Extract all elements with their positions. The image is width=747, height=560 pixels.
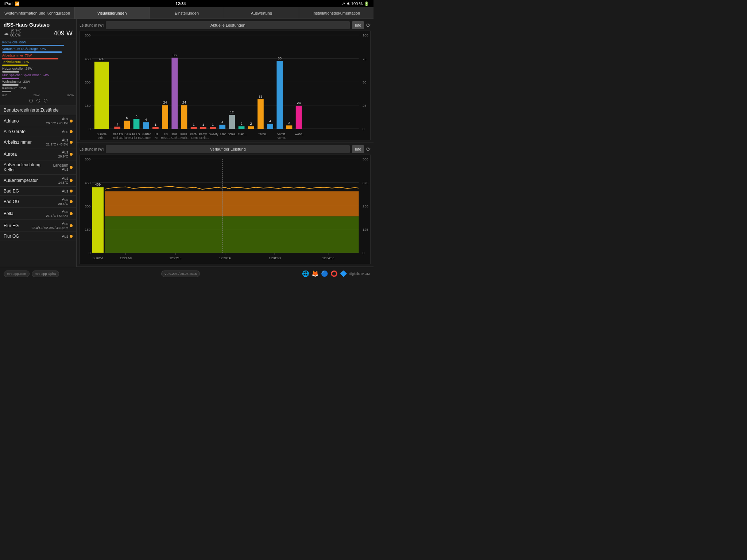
state-dot-flureg: [70, 224, 73, 227]
svg-rect-35: [200, 127, 206, 129]
state-flur-og[interactable]: Flur OG Aus: [0, 232, 76, 241]
bar-arbeits: [2, 58, 58, 59]
house-header: dSS-Haus Gustavo ☁ 15.7°C 66.0% 409 W: [0, 19, 76, 39]
svg-text:375: 375: [363, 180, 368, 184]
tab-install[interactable]: Installationsdokumentation: [299, 7, 374, 19]
state-aurora[interactable]: Aurora Aus20.9°C: [0, 148, 76, 160]
chart1-label: Leistung in [W]: [80, 23, 104, 27]
power-bar-arbeits: Arbeitszimmer 78W: [2, 54, 74, 57]
state-aussenbeleuchtung[interactable]: Außenbeleuchtung Keller Langsam Aus: [0, 160, 76, 175]
chart2-header: Leistung in [W] Verlauf der Leistung Inf…: [80, 145, 371, 153]
ie-icon: 🔷: [340, 270, 347, 277]
power-bar-party: Partyraum 12W: [2, 86, 74, 90]
bar-wohn: [2, 84, 19, 86]
state-arbeitszimmer[interactable]: Arbeitszimmer Aus21.2°C / 45.5%: [0, 136, 76, 148]
svg-text:Herd ...: Herd ...: [171, 133, 180, 136]
svg-text:Flur EG: Flur EG: [132, 136, 142, 139]
opera-icon: ⭕: [330, 270, 338, 277]
state-bad-og[interactable]: Bad OG Aus20.6°C: [0, 196, 76, 208]
version-label: V0.9.293 / 28.05.2018: [161, 271, 200, 277]
state-dot-aussen: [70, 166, 73, 169]
dot-3[interactable]: [44, 99, 47, 102]
svg-text:250: 250: [363, 204, 368, 208]
svg-text:12:29:36: 12:29:36: [219, 256, 231, 260]
state-dot-arbeits: [70, 141, 73, 144]
svg-text:Vorrat...: Vorrat...: [277, 133, 287, 136]
bar-kucheog: [2, 45, 64, 46]
svg-text:150: 150: [85, 228, 91, 232]
svg-text:Bad OG: Bad OG: [113, 136, 123, 139]
chrome-icon: 🔵: [321, 270, 328, 277]
state-bad-eg[interactable]: Bad EG Aus: [0, 187, 76, 196]
svg-rect-45: [248, 126, 254, 129]
status-bar: iPad 📶 12:34 ↗ ✱ 100 % 🔋: [0, 0, 374, 7]
state-dot-aussentemp: [70, 179, 73, 182]
state-dot-adriano: [70, 120, 73, 122]
svg-text:Schla...: Schla...: [228, 133, 237, 136]
svg-text:Küch...: Küch...: [181, 136, 189, 139]
svg-rect-104: [105, 216, 359, 253]
svg-text:Partyr...: Partyr...: [199, 133, 209, 136]
state-alle-geraete[interactable]: Alle Geräte Aus: [0, 127, 76, 136]
svg-text:12:31:53: 12:31:53: [269, 256, 281, 260]
state-adriano[interactable]: Adriano Aus20.8°C / 48.1%: [0, 115, 76, 127]
wifi-icon: 📶: [15, 1, 20, 6]
state-aussentemperatur[interactable]: Außentemperatur Aus14.8°C: [0, 175, 76, 187]
svg-rect-37: [210, 127, 216, 129]
cloud-icon: ☁: [4, 30, 9, 36]
svg-text:Lenn: Lenn: [191, 136, 197, 139]
weather-info: ☁ 15.7°C 66.0%: [4, 29, 22, 37]
svg-text:12:34:08: 12:34:08: [322, 256, 334, 260]
chart1-info-button[interactable]: Info: [352, 21, 364, 29]
state-flur-eg[interactable]: Flur EG Aus22.4°C / 52.0% / 411ppm: [0, 220, 76, 232]
svg-text:H1: H1: [154, 133, 158, 136]
chart2-refresh-icon[interactable]: ⟳: [366, 146, 371, 152]
svg-text:300: 300: [85, 204, 91, 208]
chart2-section: Leistung in [W] Verlauf der Leistung Inf…: [77, 143, 374, 267]
svg-text:Vorrat...: Vorrat...: [277, 136, 287, 139]
svg-rect-53: [286, 125, 293, 129]
tab-settings[interactable]: Einstellungen: [150, 7, 224, 19]
safari-icon: 🌐: [302, 270, 309, 277]
svg-rect-31: [181, 105, 187, 129]
link-mrc-alpha[interactable]: mrc-app alpha: [32, 271, 59, 277]
bottom-bar: mrc-app.com mrc-app alpha V0.9.293 / 28.…: [0, 267, 374, 280]
svg-text:Heizu...: Heizu...: [161, 136, 171, 139]
svg-text:50: 50: [363, 80, 367, 84]
svg-text:12:27:15: 12:27:15: [170, 256, 182, 260]
tab-analysis[interactable]: Auswertung: [224, 7, 299, 19]
firefox-icon: 🦊: [311, 270, 319, 277]
svg-text:75: 75: [363, 57, 366, 61]
svg-text:150: 150: [85, 104, 91, 108]
power-bar-technik: Technikraum 36W: [2, 60, 74, 64]
svg-text:300: 300: [85, 80, 91, 84]
chart1-refresh-icon[interactable]: ⟳: [366, 22, 371, 28]
power-bars-section: Küche OG 86W Vorratsraum UG/Garage 83W A…: [0, 39, 76, 105]
svg-text:Küch...: Küch...: [181, 133, 189, 136]
chart2-info-button[interactable]: Info: [352, 145, 364, 153]
carousel-dots: [2, 98, 74, 104]
power-bar-flur: Flur Speicher Spielzimmer 24W: [2, 73, 74, 77]
svg-text:12:24:59: 12:24:59: [120, 256, 132, 260]
tab-system[interactable]: Systeminformation und Konfiguration: [0, 7, 75, 19]
link-mrc-app[interactable]: mrc-app.com: [4, 271, 30, 277]
svg-text:H3: H3: [164, 133, 168, 136]
svg-text:2: 2: [240, 121, 242, 125]
bottom-browser-icons: 🌐 🦊 🔵 ⭕ 🔷 digitalSTROM: [302, 270, 370, 277]
svg-text:Techn...: Techn...: [258, 133, 268, 136]
dot-1[interactable]: [29, 99, 33, 102]
svg-rect-33: [191, 127, 197, 129]
svg-text:125: 125: [363, 228, 368, 232]
dot-2[interactable]: [36, 99, 40, 102]
svg-text:3: 3: [288, 120, 290, 124]
bottom-links: mrc-app.com mrc-app alpha: [4, 271, 59, 277]
state-dot-badog: [70, 200, 73, 203]
state-bella[interactable]: Bella Aus21.4°C / 53.9%: [0, 208, 76, 220]
svg-text:100: 100: [363, 33, 368, 37]
location-icon: ↗: [342, 1, 345, 6]
main-layout: dSS-Haus Gustavo ☁ 15.7°C 66.0% 409 W Kü…: [0, 19, 374, 267]
svg-rect-19: [124, 121, 130, 129]
svg-text:0: 0: [363, 127, 365, 131]
power-bar-wohn: Wohnzimmer 23W: [2, 80, 74, 83]
tab-viz[interactable]: Visualisierungen: [75, 7, 150, 19]
